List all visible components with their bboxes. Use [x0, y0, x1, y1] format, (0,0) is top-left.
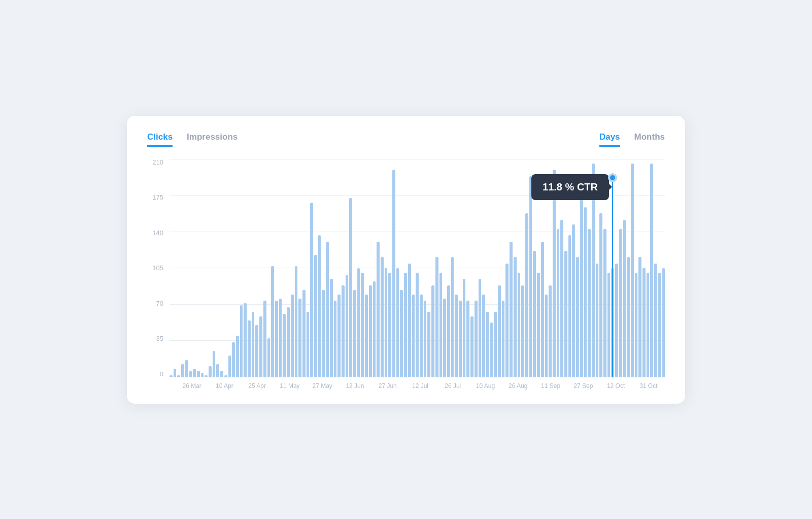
bar[interactable] — [420, 295, 423, 377]
bar[interactable] — [533, 251, 536, 377]
bar[interactable] — [279, 299, 282, 377]
bar[interactable] — [396, 268, 399, 377]
bar[interactable] — [236, 336, 239, 377]
bar[interactable] — [252, 312, 255, 377]
bar[interactable] — [627, 257, 630, 377]
bar[interactable] — [365, 295, 368, 377]
bar[interactable] — [334, 301, 337, 377]
tab-impressions[interactable]: Impressions — [187, 132, 238, 147]
bar[interactable] — [588, 229, 591, 377]
bar[interactable] — [326, 242, 329, 377]
bar[interactable] — [557, 229, 560, 377]
bar[interactable] — [287, 307, 290, 377]
bar[interactable] — [408, 264, 411, 377]
bar[interactable] — [545, 295, 548, 377]
bar[interactable] — [255, 325, 258, 377]
bar[interactable] — [475, 301, 478, 377]
bar[interactable] — [658, 273, 661, 377]
bar[interactable] — [201, 373, 204, 377]
bar[interactable] — [490, 322, 493, 377]
bar[interactable] — [400, 290, 403, 377]
bar[interactable] — [638, 257, 641, 377]
bar[interactable] — [267, 338, 270, 377]
bar[interactable] — [662, 268, 665, 377]
bar[interactable] — [537, 273, 540, 377]
bar[interactable] — [298, 299, 301, 377]
bar[interactable] — [466, 301, 469, 377]
bar[interactable] — [455, 295, 458, 377]
bar[interactable] — [314, 255, 317, 377]
bar[interactable] — [295, 266, 298, 377]
bar[interactable] — [502, 301, 505, 377]
bar[interactable] — [514, 257, 517, 377]
bar[interactable] — [459, 301, 462, 377]
bar[interactable] — [615, 264, 618, 377]
bar[interactable] — [479, 279, 482, 377]
bar[interactable] — [275, 301, 278, 377]
bar[interactable] — [568, 235, 571, 377]
bar[interactable] — [642, 268, 646, 377]
bar[interactable] — [346, 275, 349, 377]
bar[interactable] — [310, 203, 313, 377]
bar[interactable] — [213, 351, 216, 377]
bar[interactable] — [369, 285, 372, 377]
bar[interactable] — [232, 342, 235, 377]
bar[interactable] — [451, 257, 454, 377]
bar[interactable] — [529, 176, 532, 377]
bar[interactable] — [361, 273, 364, 377]
bar[interactable] — [416, 273, 419, 377]
bar[interactable] — [427, 312, 430, 377]
bar[interactable] — [553, 170, 556, 377]
bar[interactable] — [263, 301, 266, 377]
bar[interactable] — [228, 355, 231, 377]
bar[interactable] — [283, 314, 286, 377]
bar[interactable] — [424, 301, 427, 377]
bar[interactable] — [392, 170, 395, 377]
bar[interactable] — [404, 273, 407, 377]
bar[interactable] — [518, 273, 521, 377]
bar[interactable] — [576, 257, 579, 377]
bar[interactable] — [271, 266, 274, 377]
bar[interactable] — [388, 273, 391, 377]
tab-clicks[interactable]: Clicks — [147, 132, 173, 147]
bar[interactable] — [599, 213, 602, 377]
bar[interactable] — [482, 295, 485, 377]
bar[interactable] — [521, 285, 524, 377]
bar[interactable] — [302, 290, 306, 377]
bar[interactable] — [494, 312, 497, 377]
bar[interactable] — [412, 295, 415, 377]
bar[interactable] — [307, 312, 310, 377]
bar[interactable] — [189, 371, 192, 377]
bar[interactable] — [603, 229, 606, 377]
bar[interactable] — [564, 251, 567, 377]
bar[interactable] — [181, 364, 184, 377]
bar[interactable] — [439, 273, 443, 377]
bar[interactable] — [470, 316, 473, 377]
bar[interactable] — [580, 198, 583, 377]
bar[interactable] — [572, 224, 575, 377]
bar[interactable] — [654, 264, 657, 377]
bar[interactable] — [549, 285, 552, 377]
bar[interactable] — [592, 164, 595, 377]
bar[interactable] — [197, 371, 200, 377]
bar[interactable] — [209, 366, 212, 377]
bar[interactable] — [174, 369, 177, 377]
bar[interactable] — [525, 213, 528, 377]
bar[interactable] — [619, 229, 622, 377]
tab-months[interactable]: Months — [634, 132, 665, 147]
bar[interactable] — [244, 303, 247, 377]
bar[interactable] — [224, 375, 227, 377]
bar[interactable] — [357, 268, 360, 377]
bar[interactable] — [647, 273, 650, 377]
bar[interactable] — [377, 242, 380, 377]
bar[interactable] — [220, 371, 223, 377]
bar[interactable] — [498, 285, 501, 377]
bar[interactable] — [435, 257, 438, 377]
bar[interactable] — [342, 285, 345, 377]
bar[interactable] — [650, 164, 653, 377]
bar[interactable] — [259, 316, 262, 377]
bar[interactable] — [541, 242, 544, 377]
bar[interactable] — [431, 285, 434, 377]
bar[interactable] — [560, 220, 563, 377]
bar[interactable] — [463, 279, 466, 377]
